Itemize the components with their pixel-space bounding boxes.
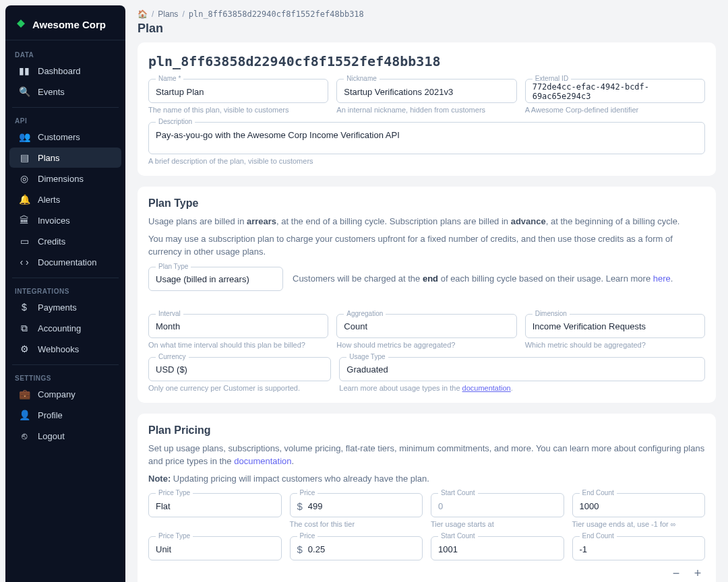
bell-icon: 🔔 xyxy=(19,194,30,205)
sidebar-item-label: Logout xyxy=(38,431,65,441)
sidebar-item-label: Dimensions xyxy=(38,174,84,184)
sidebar-item-label: Customers xyxy=(38,132,80,142)
sidebar-item-dashboard[interactable]: ▮▮Dashboard xyxy=(9,61,121,81)
price-input[interactable]: Price $0.25 xyxy=(290,536,423,560)
sidebar-item-webhooks[interactable]: ⚙Webhooks xyxy=(9,339,121,359)
price-type-select[interactable]: Price Type Flat xyxy=(148,493,282,517)
sidebar-item-label: Events xyxy=(38,87,65,97)
logout-icon: ⎋ xyxy=(19,430,30,441)
dollar-icon: $ xyxy=(297,500,303,512)
sidebar-item-label: Webhooks xyxy=(38,344,79,354)
nav-section-label: INTEGRATIONS xyxy=(5,284,125,296)
pricing-doc-link[interactable]: documentation xyxy=(234,456,291,466)
breadcrumb-plans[interactable]: Plans xyxy=(158,9,178,19)
dimension-select[interactable]: Dimension Income Verification Requests xyxy=(525,314,705,338)
brand: Awesome Corp xyxy=(5,15,125,40)
sidebar-item-label: Profile xyxy=(38,410,63,420)
end-count-input[interactable]: End Count -1 xyxy=(572,536,706,560)
interval-select[interactable]: Interval Month xyxy=(148,314,328,338)
sidebar-item-label: Alerts xyxy=(38,195,60,205)
nav-divider xyxy=(12,107,119,108)
sidebar-item-accounting[interactable]: ⧉Accounting xyxy=(9,318,121,338)
bank-icon: 🏛 xyxy=(19,215,30,226)
aggregation-select[interactable]: Aggregation Count xyxy=(336,314,516,338)
pricing-tier-row: Price Type Unit Price $0.25 Start Count … xyxy=(148,536,705,560)
start-count-input[interactable]: Start Count 0 xyxy=(431,493,564,517)
plan-type-card: Plan Type Usage plans are billed in arre… xyxy=(138,187,716,403)
remove-tier-button[interactable]: − xyxy=(669,566,684,581)
nav-section-label: DATA xyxy=(5,47,125,60)
plan-type-title: Plan Type xyxy=(148,197,705,209)
sidebar-item-logout[interactable]: ⎋Logout xyxy=(9,426,121,446)
sidebar: Awesome Corp DATA▮▮Dashboard🔍EventsAPI👥C… xyxy=(5,5,125,582)
nav-divider xyxy=(12,278,119,278)
user-icon: 👤 xyxy=(19,410,30,420)
price-type-select[interactable]: Price Type Unit xyxy=(148,536,282,560)
sidebar-item-label: Credits xyxy=(38,236,65,247)
brand-name: Awesome Corp xyxy=(32,19,106,30)
breadcrumb: 🏠 / Plans / pln_8ff63858d22940cf8f1552fe… xyxy=(138,9,716,19)
sidebar-item-credits[interactable]: ▭Credits xyxy=(9,231,121,251)
sidebar-item-plans[interactable]: ▤Plans xyxy=(9,148,121,168)
nav-section-label: API xyxy=(5,113,125,126)
external-id-input[interactable]: External ID 772de4cc-efac-4942-bcdf-69ac… xyxy=(525,79,705,103)
sidebar-item-label: Payments xyxy=(38,302,77,313)
sidebar-item-label: Plans xyxy=(38,153,60,163)
sidebar-item-label: Accounting xyxy=(38,323,81,333)
learn-more-link[interactable]: here xyxy=(653,273,671,284)
sidebar-item-documentation[interactable]: ‹ ›Documentation xyxy=(9,252,121,272)
end-count-input[interactable]: End Count 1000 xyxy=(572,493,706,517)
plan-pricing-title: Plan Pricing xyxy=(148,424,705,437)
dollar-icon: $ xyxy=(19,302,30,313)
page-title: Plan xyxy=(138,22,716,36)
breadcrumb-plan-id: pln_8ff63858d22940cf8f1552fef48bb318 xyxy=(189,9,364,19)
sidebar-item-label: Company xyxy=(38,389,75,399)
sidebar-item-customers[interactable]: 👥Customers xyxy=(9,127,121,147)
sidebar-item-company[interactable]: 💼Company xyxy=(9,384,121,404)
sidebar-item-profile[interactable]: 👤Profile xyxy=(9,405,121,425)
plan-type-inline-help: Customers will be charged at the end of … xyxy=(293,273,705,284)
plan-pricing-card: Plan Pricing Set up usage plans, subscri… xyxy=(138,414,716,583)
copy-icon: ⧉ xyxy=(19,323,30,333)
users-icon: 👥 xyxy=(19,131,30,142)
target-icon: ◎ xyxy=(19,173,30,184)
bar-chart-icon: ▮▮ xyxy=(19,65,30,76)
sidebar-item-dimensions[interactable]: ◎Dimensions xyxy=(9,168,121,189)
code-icon: ‹ › xyxy=(19,257,30,267)
list-icon: ▤ xyxy=(19,152,30,163)
usage-type-select[interactable]: Usage Type Graduated xyxy=(339,357,705,381)
sidebar-item-alerts[interactable]: 🔔Alerts xyxy=(9,189,121,209)
usage-type-doc-link[interactable]: documentation xyxy=(462,384,511,392)
tier-actions: − + xyxy=(148,566,705,581)
sidebar-item-invoices[interactable]: 🏛Invoices xyxy=(9,210,121,230)
nav-section-label: SETTINGS xyxy=(5,370,125,383)
webhook-icon: ⚙ xyxy=(19,344,30,354)
plan-type-desc-2: You may use a subscription plan to charg… xyxy=(148,232,705,259)
dollar-icon: $ xyxy=(297,544,303,555)
sidebar-item-payments[interactable]: $Payments xyxy=(9,297,121,317)
add-tier-button[interactable]: + xyxy=(690,566,705,581)
brand-logo-icon xyxy=(15,18,27,32)
plan-id-heading: pln_8ff63858d22940cf8f1552fef48bb318 xyxy=(148,53,705,69)
description-input[interactable]: Description Pay-as-you-go with the Aweso… xyxy=(148,122,705,154)
name-input[interactable]: Name * Startup Plan xyxy=(148,79,328,103)
start-count-input[interactable]: Start Count 1001 xyxy=(431,536,564,560)
plan-type-desc-1: Usage plans are billed in arrears, at th… xyxy=(148,215,705,228)
card-icon: ▭ xyxy=(19,236,30,247)
briefcase-icon: 💼 xyxy=(19,389,30,399)
price-input[interactable]: Price $499 xyxy=(290,493,423,517)
sidebar-item-label: Invoices xyxy=(38,216,70,226)
nav-divider xyxy=(12,364,119,365)
sidebar-item-events[interactable]: 🔍Events xyxy=(9,82,121,102)
plan-type-select[interactable]: Plan Type Usage (billed in arrears) xyxy=(148,267,283,291)
search-icon: 🔍 xyxy=(19,86,30,97)
main-content: 🏠 / Plans / pln_8ff63858d22940cf8f1552fe… xyxy=(125,0,728,582)
nickname-input[interactable]: Nickname Startup Verifications 2021v3 xyxy=(336,79,516,103)
currency-select[interactable]: Currency USD ($) xyxy=(148,357,331,381)
plan-card: pln_8ff63858d22940cf8f1552fef48bb318 Nam… xyxy=(138,42,716,176)
home-icon[interactable]: 🏠 xyxy=(138,9,148,19)
sidebar-item-label: Dashboard xyxy=(38,66,81,76)
sidebar-item-label: Documentation xyxy=(38,257,96,267)
pricing-tier-row: Price Type Flat Price $499 The cost for … xyxy=(148,493,705,528)
